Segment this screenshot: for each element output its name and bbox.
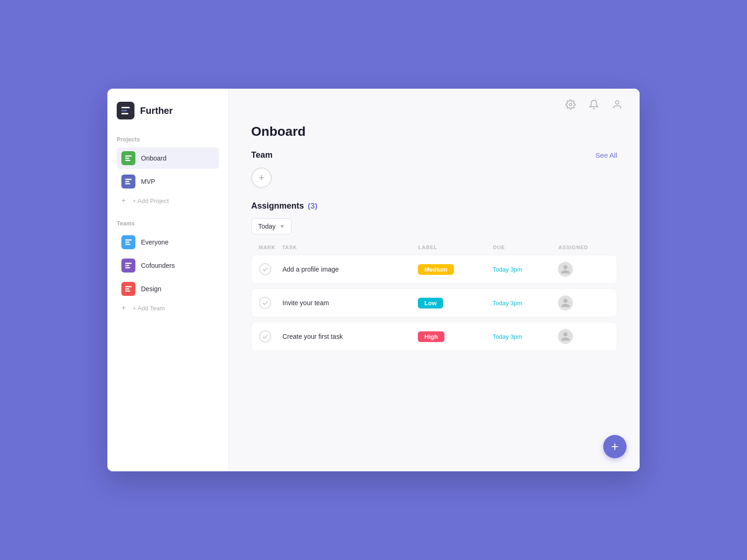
main-content: Onboard Team See All + Assignments (3) T… bbox=[229, 89, 640, 471]
svg-rect-8 bbox=[125, 183, 130, 185]
projects-label: Projects bbox=[117, 136, 219, 143]
design-icon bbox=[121, 282, 135, 296]
col-due: DUE bbox=[493, 245, 558, 250]
medium-badge: Medium bbox=[418, 264, 454, 275]
add-project-label: + Add Project bbox=[133, 197, 169, 204]
see-all-button[interactable]: See All bbox=[595, 151, 617, 159]
assignments-title: Assignments bbox=[251, 201, 304, 211]
sidebar-item-onboard[interactable]: Onboard bbox=[117, 147, 219, 169]
task-name-2: Invite your team bbox=[282, 299, 418, 307]
design-label: Design bbox=[141, 285, 162, 293]
mvp-icon bbox=[121, 175, 135, 189]
task-name-1: Add a profile image bbox=[282, 266, 418, 273]
table-header: MARK TASK LABEL DUE ASSIGNED bbox=[251, 243, 617, 252]
col-mark: MARK bbox=[259, 245, 282, 250]
user-profile-button[interactable] bbox=[610, 97, 625, 112]
page-content: Onboard Team See All + Assignments (3) T… bbox=[229, 120, 640, 471]
svg-rect-13 bbox=[125, 265, 129, 266]
svg-rect-11 bbox=[125, 244, 130, 245]
col-label: LABEL bbox=[418, 245, 493, 250]
everyone-label: Everyone bbox=[141, 238, 169, 246]
svg-rect-7 bbox=[125, 181, 129, 182]
svg-rect-10 bbox=[125, 242, 129, 243]
topbar bbox=[229, 89, 640, 120]
filter-dropdown[interactable]: Today ▼ bbox=[251, 218, 292, 234]
filter-label: Today bbox=[258, 223, 275, 230]
app-name: Further bbox=[140, 105, 173, 116]
add-member-plus-icon: + bbox=[259, 172, 265, 184]
table-row[interactable]: Create your first task High Today 3pm bbox=[251, 322, 617, 351]
sidebar-item-mvp[interactable]: MVP bbox=[117, 171, 219, 192]
svg-rect-17 bbox=[125, 291, 130, 292]
col-task: TASK bbox=[282, 245, 418, 250]
assignments-header: Assignments (3) bbox=[251, 201, 617, 211]
onboard-label: Onboard bbox=[141, 154, 166, 162]
add-team-label: + Add Team bbox=[133, 305, 165, 312]
everyone-icon bbox=[121, 235, 135, 249]
add-team-member-button[interactable]: + bbox=[251, 168, 272, 188]
table-row[interactable]: Invite your team Low Today 3pm bbox=[251, 288, 617, 317]
sidebar-item-cofounders[interactable]: Cofounders bbox=[117, 255, 219, 276]
svg-point-18 bbox=[569, 103, 572, 106]
mvp-label: MVP bbox=[141, 178, 155, 185]
label-badge-2: Low bbox=[418, 298, 493, 308]
chevron-down-icon: ▼ bbox=[279, 223, 285, 230]
assignments-count: (3) bbox=[308, 202, 317, 211]
task-name-3: Create your first task bbox=[282, 333, 418, 340]
cofounders-icon bbox=[121, 259, 135, 273]
svg-rect-6 bbox=[125, 179, 132, 180]
svg-rect-12 bbox=[125, 263, 132, 264]
svg-rect-1 bbox=[121, 110, 127, 112]
teams-section: Teams Everyone bbox=[117, 218, 219, 315]
svg-rect-9 bbox=[125, 239, 132, 241]
app-window: Further Projects Onboard bbox=[107, 89, 640, 471]
sidebar-item-everyone[interactable]: Everyone bbox=[117, 231, 219, 253]
svg-rect-14 bbox=[125, 267, 130, 269]
page-title: Onboard bbox=[251, 124, 617, 139]
assigned-avatar-1 bbox=[558, 262, 573, 277]
svg-rect-16 bbox=[125, 288, 129, 290]
task-check-3[interactable] bbox=[259, 330, 271, 343]
sidebar: Further Projects Onboard bbox=[107, 89, 229, 471]
fab-add-button[interactable]: + bbox=[603, 435, 627, 458]
team-section-label: Team bbox=[251, 150, 273, 160]
settings-button[interactable] bbox=[563, 97, 578, 112]
svg-rect-2 bbox=[121, 113, 128, 114]
teams-label: Teams bbox=[117, 220, 219, 227]
svg-rect-0 bbox=[121, 107, 130, 108]
svg-rect-15 bbox=[125, 286, 132, 287]
due-1: Today 3pm bbox=[493, 266, 558, 273]
add-team-plus-icon: + bbox=[121, 304, 129, 312]
table-row[interactable]: Add a profile image Medium Today 3pm bbox=[251, 255, 617, 284]
svg-point-19 bbox=[615, 101, 619, 104]
svg-rect-3 bbox=[125, 155, 132, 157]
task-check-2[interactable] bbox=[259, 297, 271, 309]
fab-plus-icon: + bbox=[611, 439, 619, 454]
cofounders-label: Cofounders bbox=[141, 262, 175, 269]
due-2: Today 3pm bbox=[493, 300, 558, 307]
projects-section: Projects Onboard bbox=[117, 134, 219, 207]
svg-rect-4 bbox=[125, 158, 129, 159]
team-section-header: Team See All bbox=[251, 150, 617, 160]
label-badge-1: Medium bbox=[418, 264, 493, 275]
svg-rect-5 bbox=[125, 160, 130, 161]
assigned-avatar-2 bbox=[558, 295, 573, 310]
notifications-button[interactable] bbox=[586, 97, 601, 112]
assigned-avatar-3 bbox=[558, 329, 573, 344]
sidebar-item-design[interactable]: Design bbox=[117, 278, 219, 300]
label-badge-3: High bbox=[418, 331, 493, 342]
due-3: Today 3pm bbox=[493, 333, 558, 340]
logo-area: Further bbox=[117, 102, 219, 119]
high-badge: High bbox=[418, 331, 444, 342]
low-badge: Low bbox=[418, 298, 443, 308]
app-logo-icon bbox=[117, 102, 134, 119]
add-team-button[interactable]: + + Add Team bbox=[117, 301, 219, 315]
col-assigned: ASSIGNED bbox=[558, 245, 610, 250]
task-check-1[interactable] bbox=[259, 263, 271, 275]
add-project-button[interactable]: + + Add Project bbox=[117, 194, 219, 207]
onboard-icon bbox=[121, 151, 135, 165]
add-project-plus-icon: + bbox=[121, 197, 129, 204]
